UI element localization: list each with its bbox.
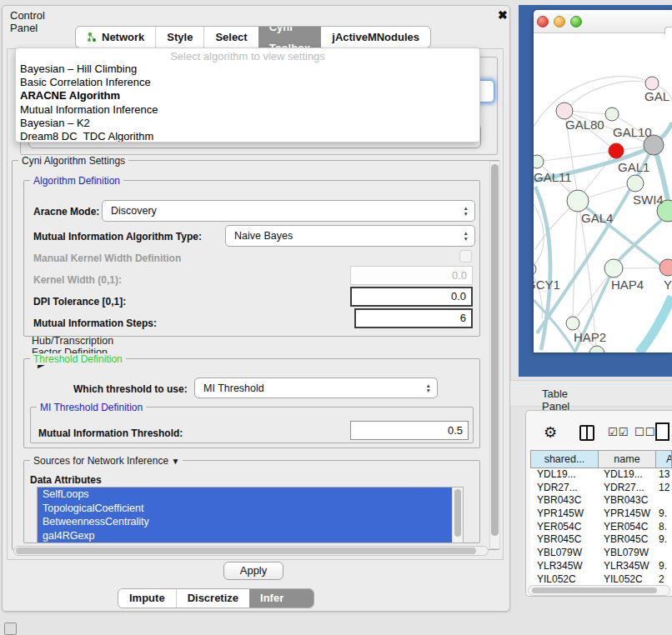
table-cell [656, 494, 672, 508]
tab-style[interactable]: Style [155, 27, 203, 48]
network-edge [582, 151, 616, 194]
gear-icon[interactable]: ⚙ [544, 423, 557, 442]
table-row[interactable]: YDL19...YDL19...13 [530, 468, 672, 482]
table-cell: 9. [656, 508, 672, 521]
network-node[interactable] [659, 259, 672, 276]
network-node[interactable] [534, 155, 544, 168]
network-edge [534, 204, 544, 267]
tab-discretize-data[interactable]: Discretize Data [176, 589, 249, 608]
attribute-item[interactable]: TopologicalCoefficient [38, 502, 453, 516]
restore-panel-icon[interactable] [4, 622, 17, 635]
table-row[interactable]: YBR043CYBR043C [530, 494, 672, 508]
table-row[interactable]: YLR345WYLR345W9. [530, 560, 672, 573]
network-edge [639, 297, 672, 352]
network-edge [534, 269, 542, 318]
tab-cyni-toolbox[interactable]: Cyni Toolbox [258, 27, 322, 48]
deselect-checkboxes-icon[interactable]: ☐☐ [634, 426, 655, 438]
stepper-arrows-icon: ▲▼ [426, 382, 431, 393]
node-label: Y [664, 278, 672, 292]
network-node[interactable] [627, 175, 644, 192]
manual-kernel-checkbox[interactable] [459, 250, 472, 262]
attribute-item[interactable]: gal4RGexp [38, 529, 453, 543]
network-edge [573, 201, 578, 317]
node-label: GAL1 [618, 160, 649, 174]
algorithm-option[interactable]: Dream8 DC_TDC Algorithm [16, 130, 479, 142]
algorithm-option[interactable]: Basic Correlation Inference [16, 76, 479, 89]
network-node[interactable] [566, 317, 579, 330]
tab-jactivemnodules[interactable]: jActiveMNodules [321, 27, 430, 48]
mi-threshold-field[interactable]: 0.5 [350, 421, 469, 440]
mi-type-label: Mutual Information Algorithm Type: [33, 231, 202, 242]
network-node[interactable] [609, 143, 624, 158]
mi-type-combobox[interactable]: Naive Bayes ▲▼ [225, 225, 475, 247]
network-node[interactable] [567, 190, 589, 212]
apply-button[interactable]: Apply [223, 562, 283, 580]
node-label: GCY1 [534, 278, 560, 292]
network-node[interactable] [589, 346, 604, 352]
network-node[interactable] [645, 77, 659, 90]
column-header-shared-name[interactable]: shared... [530, 450, 599, 468]
table-cell: YDR27... [530, 482, 599, 495]
which-threshold-label: Which threshold to use: [73, 383, 188, 395]
collapse-down-icon: ▼ [171, 457, 179, 466]
node-label: HAP2 [574, 330, 606, 344]
table-cell: YBR043C [599, 494, 656, 508]
minimize-traffic-light[interactable] [554, 16, 565, 28]
table-cell: YDR27... [599, 482, 656, 495]
network-canvas[interactable]: GALGAL80GAL10GAL1GAL11SWI4GAL4GCY1HAP4YH… [534, 34, 672, 352]
table-horizontal-scrollbar[interactable] [528, 585, 670, 596]
node-label: GAL11 [534, 170, 572, 184]
algorithm-option[interactable]: Bayesian – Hill Climbing [16, 62, 479, 76]
mi-threshold-label: Mutual Information Threshold: [38, 428, 183, 439]
dpi-tolerance-field[interactable]: 0.0 [350, 287, 473, 307]
close-traffic-light[interactable] [537, 16, 549, 28]
manual-kernel-label: Manual Kernel Width Definition [33, 252, 181, 264]
aracne-mode-combobox[interactable]: Discovery ▲▼ [102, 200, 475, 222]
document-icon[interactable] [655, 422, 669, 441]
table-row[interactable]: YBL079WYBL079W [530, 547, 672, 560]
tab-infer-network[interactable]: Infer Network [249, 589, 313, 608]
select-all-checkboxes-icon[interactable]: ☑☑ [608, 426, 629, 438]
attribute-item[interactable]: BetweennessCentrality [38, 515, 453, 529]
network-edge [544, 151, 616, 161]
zoom-traffic-light[interactable] [570, 16, 582, 28]
network-icon [87, 32, 98, 42]
network-node[interactable] [605, 108, 619, 121]
sources-group-title[interactable]: Sources for Network Inference ▼ [30, 455, 183, 467]
table-cell: YBR045C [530, 533, 599, 547]
tab-impute-data[interactable]: Impute Data [118, 589, 176, 608]
table-panel-title: Table Panel [542, 388, 569, 412]
algorithm-option[interactable]: ARACNE Algorithm [16, 89, 479, 102]
table-cell [656, 547, 672, 560]
table-row[interactable]: YIL052CYIL052C2 [530, 573, 672, 587]
threshold-definition-title: Threshold Definition [30, 353, 126, 365]
column-header-partial[interactable]: A [656, 450, 672, 468]
network-node[interactable] [604, 259, 623, 278]
screen: Control Panel ✖ Network Style Select Cyn… [0, 0, 672, 635]
tab-select[interactable]: Select [203, 27, 258, 48]
table-row[interactable]: YPR145WYPR145W9. [530, 508, 672, 521]
table-row[interactable]: YBR045CYBR045C9. [530, 533, 672, 547]
table-row[interactable]: YER054CYER054C8. [530, 521, 672, 534]
algorithm-definition-title: Algorithm Definition [30, 175, 123, 187]
close-icon[interactable]: ✖ [498, 8, 508, 22]
aracne-mode-label: Aracne Mode: [33, 206, 99, 218]
which-threshold-combobox[interactable]: MI Threshold ▲▼ [194, 378, 438, 398]
mi-steps-field[interactable]: 6 [354, 308, 473, 328]
attribute-item[interactable]: SelfLoops [38, 488, 453, 502]
settings-vertical-scrollbar[interactable] [489, 161, 500, 549]
node-label: SWI4 [633, 192, 664, 207]
column-header-name[interactable]: name [599, 450, 656, 468]
control-panel-tabbar: Network Style Select Cyni Toolbox jActiv… [75, 26, 431, 48]
kernel-width-field[interactable]: 0.0 [350, 266, 473, 285]
split-view-icon[interactable] [579, 425, 594, 441]
algorithm-option[interactable]: Mutual Information Inference [16, 103, 479, 117]
table-cell: YBL079W [599, 547, 656, 560]
attributes-scrollbar[interactable] [452, 488, 463, 542]
network-node[interactable] [556, 102, 573, 119]
tab-network[interactable]: Network [76, 27, 155, 48]
algorithm-option[interactable]: Bayesian – K2 [16, 117, 479, 130]
settings-horizontal-scrollbar[interactable] [13, 546, 489, 556]
table-row[interactable]: YDR27...YDR27...12 [530, 482, 672, 495]
node-label: GAL4 [581, 211, 613, 225]
